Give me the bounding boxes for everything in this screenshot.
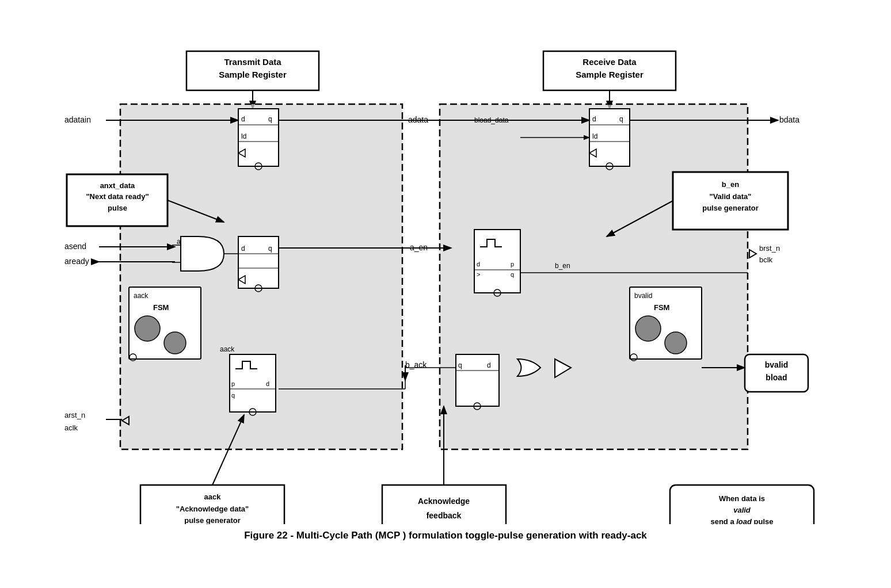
bload-text: bload bbox=[766, 373, 787, 382]
svg-point-50 bbox=[164, 332, 186, 354]
aack-callout-line2: "Acknowledge data" bbox=[176, 505, 249, 513]
svg-text:q: q bbox=[619, 115, 623, 123]
svg-rect-77 bbox=[456, 354, 499, 406]
transmit-register-label: Transmit Data bbox=[224, 57, 281, 67]
svg-text:ld: ld bbox=[592, 132, 597, 140]
svg-text:p: p bbox=[231, 380, 235, 387]
ack-feedback-line1: Acknowledge bbox=[418, 497, 470, 506]
adatain-text: adatain bbox=[64, 115, 91, 124]
b-en-right: b_en bbox=[555, 262, 570, 270]
svg-text:p: p bbox=[511, 261, 514, 268]
svg-text:pulse generator: pulse generator bbox=[702, 204, 759, 212]
bvalid-text: bvalid bbox=[765, 360, 788, 369]
svg-point-68 bbox=[635, 316, 661, 341]
svg-text:Sample Register: Sample Register bbox=[219, 70, 287, 79]
bload-data-text: bload_data bbox=[474, 116, 509, 124]
aready-text: aready bbox=[64, 257, 89, 266]
svg-text:d: d bbox=[592, 115, 596, 123]
svg-text:d: d bbox=[241, 245, 245, 253]
aack-callout-line3: pulse generator bbox=[184, 516, 241, 524]
when-valid-line3: send a load pulse bbox=[710, 517, 773, 524]
svg-text:d: d bbox=[241, 115, 245, 123]
svg-text:"Next data ready": "Next data ready" bbox=[86, 192, 148, 201]
bvalid-fsm-label: bvalid bbox=[634, 292, 652, 300]
svg-text:Receive Data: Receive Data bbox=[582, 57, 637, 67]
svg-text:q: q bbox=[268, 245, 272, 253]
svg-text:FSM: FSM bbox=[654, 303, 669, 312]
svg-point-69 bbox=[665, 332, 687, 354]
svg-text:ld: ld bbox=[241, 132, 246, 140]
asend-text: asend bbox=[64, 242, 86, 251]
bdata-text: bdata bbox=[779, 115, 799, 124]
svg-text:q: q bbox=[231, 392, 235, 399]
svg-point-49 bbox=[135, 316, 160, 341]
svg-text:q: q bbox=[268, 115, 272, 123]
svg-text:d: d bbox=[477, 261, 480, 268]
svg-text:pulse: pulse bbox=[108, 204, 127, 212]
when-valid-line1: When data is bbox=[719, 494, 765, 503]
main-diagram: Transmit Data Sample Register Receive Da… bbox=[60, 47, 843, 524]
ack-feedback-line2: feedback bbox=[427, 511, 462, 520]
svg-marker-65 bbox=[749, 250, 756, 258]
svg-text:Sample Register: Sample Register bbox=[576, 70, 644, 79]
figure-caption: Figure 22 - Multi-Cycle Path (MCP ) form… bbox=[60, 530, 831, 541]
bclk-text: bclk bbox=[759, 255, 773, 264]
svg-text:anxt_data: anxt_data bbox=[100, 181, 135, 190]
svg-text:q: q bbox=[458, 361, 462, 369]
aack-label-bottom: aack bbox=[220, 345, 235, 353]
aclk-text: aclk bbox=[64, 423, 78, 432]
svg-text:d: d bbox=[266, 380, 269, 387]
svg-text:q: q bbox=[511, 271, 514, 278]
arst-n-text: arst_n bbox=[64, 411, 85, 419]
brst-n-text: brst_n bbox=[759, 244, 780, 253]
svg-text:b_en: b_en bbox=[722, 180, 739, 189]
page-container: Transmit Data Sample Register Receive Da… bbox=[0, 0, 891, 588]
when-valid-italic: valid bbox=[733, 506, 751, 514]
svg-text:FSM: FSM bbox=[153, 303, 169, 312]
svg-text:>: > bbox=[477, 271, 480, 278]
svg-text:d: d bbox=[487, 361, 491, 369]
aack-callout-line1: aack bbox=[204, 492, 222, 501]
aack-fsm-label: aack bbox=[134, 292, 148, 300]
svg-text:"Valid data": "Valid data" bbox=[709, 192, 751, 201]
main-content: Transmit Data Sample Register Receive Da… bbox=[48, 35, 843, 553]
